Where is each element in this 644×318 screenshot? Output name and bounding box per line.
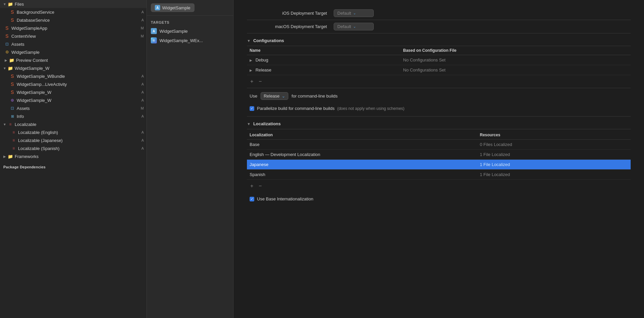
sidebar-badge: A <box>141 114 144 118</box>
loc-row-english[interactable]: English — Development Localization 1 Fil… <box>247 150 631 160</box>
sidebar-item-info[interactable]: ⊞ Info A <box>0 112 146 120</box>
sidebar-item-files[interactable]: ▼ 📁 Files <box>0 0 146 8</box>
localizations-table: Localization Resources Base 0 Files Loca… <box>247 131 631 180</box>
target-name: WidgetSample_WEx... <box>159 38 203 43</box>
add-localization-button[interactable]: + <box>250 183 254 189</box>
for-cmd-label: for command-line builds <box>292 94 338 99</box>
sidebar-item-label: Localizable (Japanese) <box>18 138 139 143</box>
sidebar-item-widgetsample-wbundle[interactable]: S WidgetSample_WBundle A <box>0 72 146 80</box>
macos-deployment-label: macOS Deployment Target <box>247 24 334 29</box>
chevron-down-icon: ▼ <box>3 2 7 6</box>
sidebar-badge: M <box>141 26 144 30</box>
loc-row-spanish[interactable]: Spanish 1 File Localized <box>247 170 631 180</box>
localize-icon: ≡ <box>7 121 13 127</box>
parallelize-checkbox[interactable]: ✓ <box>250 106 254 111</box>
sidebar-item-database-service[interactable]: S DatabaseService A <box>0 16 146 24</box>
macos-deployment-dropdown[interactable]: Default ⌄ <box>334 23 374 30</box>
folder-icon: 📁 <box>7 65 13 71</box>
loc-resources: 1 File Localized <box>477 160 631 170</box>
loc-resources: 0 Files Localized <box>477 140 631 150</box>
config-based-on: No Configurations Set <box>400 55 631 65</box>
target-item-widgetsample-wex[interactable]: ⊞ WidgetSample_WEx... <box>147 36 233 45</box>
folder-icon: 📁 <box>7 1 13 7</box>
sidebar-item-label: WidgetSample <box>11 50 144 55</box>
sidebar-badge: A <box>141 10 144 14</box>
configurations-chevron[interactable]: ▼ <box>247 39 251 43</box>
loc-row-japanese[interactable]: Japanese 1 File Localized <box>247 160 631 170</box>
config-row-debug[interactable]: ▶ Debug No Configurations Set <box>247 55 631 65</box>
sidebar-item-localizable-english[interactable]: ≡ Localizable (English) A <box>0 128 146 136</box>
loc-col-resources: Resources <box>477 131 631 140</box>
dropdown-arrow-icon: ⌄ <box>353 24 356 29</box>
macos-deployment-value: Default <box>337 24 351 29</box>
remove-localization-button[interactable]: − <box>258 183 262 189</box>
config-row-release[interactable]: ▶ Release No Configurations Set <box>247 65 631 75</box>
sidebar-item-widgetsamp-liveactivity[interactable]: S WidgetSamp...LiveActivity A <box>0 80 146 88</box>
sidebar-badge: A <box>141 138 144 142</box>
swift-icon: S <box>9 73 15 79</box>
use-release-row: Use Release ⌄ for command-line builds <box>247 88 631 104</box>
loc-name: English — Development Localization <box>247 150 477 160</box>
loc-name: Spanish <box>247 170 477 180</box>
sidebar-badge: A <box>141 90 144 94</box>
target-item-widgetsample[interactable]: A WidgetSample <box>147 26 233 36</box>
use-base-label: Use Base Internationalization <box>257 196 313 201</box>
widget-icon: ⊛ <box>9 97 15 103</box>
parallelize-label: Parallelize build for command-line build… <box>257 106 335 111</box>
chevron-down-icon: ▼ <box>3 122 7 126</box>
loc-resources: 1 File Localized <box>477 150 631 160</box>
sidebar-item-assets-w[interactable]: ⊡ Assets M <box>0 104 146 112</box>
sidebar-item-preview-content[interactable]: ▶ 📁 Preview Content <box>0 56 146 64</box>
chevron-down-icon: ▼ <box>3 66 7 70</box>
use-base-checkbox[interactable]: ✓ <box>250 197 254 201</box>
add-config-button[interactable]: + <box>250 78 254 85</box>
remove-config-button[interactable]: − <box>258 78 262 85</box>
loc-row-base[interactable]: Base 0 Files Localized <box>247 140 631 150</box>
use-base-internationalization-row: ✓ Use Base Internationalization <box>247 194 631 204</box>
sidebar-item-localizable-japanese[interactable]: ≡ Localizable (Japanese) A <box>0 136 146 144</box>
configurations-title: Configurations <box>253 38 284 43</box>
sidebar-badge: M <box>141 34 144 38</box>
sidebar-item-label: WidgetSample_W <box>15 66 144 71</box>
localizations-chevron[interactable]: ▼ <box>247 122 251 126</box>
middle-panel: A WidgetSample TARGETS A WidgetSample ⊞ … <box>147 0 234 318</box>
swift-icon: S <box>9 81 15 87</box>
loc-resources: 1 File Localized <box>477 170 631 180</box>
sidebar-item-widgetsample-settings[interactable]: ⚙ WidgetSample <box>0 48 146 56</box>
ios-deployment-dropdown[interactable]: Default ⌄ <box>334 9 374 17</box>
assets-icon: ⊡ <box>9 105 15 111</box>
sidebar-badge: A <box>141 130 144 134</box>
sidebar-item-widgetsample-w-widget[interactable]: ⊛ WidgetSample_W A <box>0 96 146 104</box>
sidebar-item-label: BackgroundService <box>17 10 139 15</box>
sidebar-item-contentview[interactable]: S ContentView M <box>0 32 146 40</box>
loc-name: Base <box>247 140 477 150</box>
assets-icon: ⊡ <box>4 41 10 47</box>
target-widget-icon: ⊞ <box>151 37 157 43</box>
localize-icon: ≡ <box>11 129 17 135</box>
sidebar-badge: A <box>141 82 144 86</box>
config-based-on: No Configurations Set <box>400 65 631 75</box>
loc-name: Japanese <box>247 160 477 170</box>
ios-deployment-label: iOS Deployment Target <box>247 11 334 16</box>
sidebar-item-localizable-spanish[interactable]: ≡ Localizable (Spanish) A <box>0 144 146 152</box>
sidebar-item-label: Info <box>17 114 139 119</box>
project-tab[interactable]: A WidgetSample <box>151 3 195 12</box>
sidebar-item-frameworks[interactable]: ▶ 📁 Frameworks <box>0 152 146 160</box>
loc-col-localization: Localization <box>247 131 477 140</box>
config-add-remove-row: + − <box>247 75 631 88</box>
dropdown-arrow-icon: ⌄ <box>353 11 356 15</box>
sidebar-item-assets[interactable]: ⊡ Assets <box>0 40 146 48</box>
targets-label: TARGETS <box>147 16 233 26</box>
folder-icon: 📁 <box>9 57 15 63</box>
sidebar-badge: A <box>141 146 144 150</box>
sidebar-item-widgetsample-w-group[interactable]: ▼ 📁 WidgetSample_W <box>0 64 146 72</box>
sidebar-item-widgetsampleapp[interactable]: S WidgetSampleApp M <box>0 24 146 32</box>
sidebar-item-localizable-group[interactable]: ▼ ≡ Localizable <box>0 120 146 128</box>
sidebar-item-label: Frameworks <box>15 154 144 159</box>
release-dropdown[interactable]: Release ⌄ <box>261 92 288 100</box>
configurations-table: Name Based on Configuration File ▶ Debug… <box>247 46 631 75</box>
sidebar-item-background-service[interactable]: S BackgroundService A <box>0 8 146 16</box>
localize-icon: ≡ <box>11 145 17 151</box>
sidebar-item-widgetsample-w-swift[interactable]: S WidgetSample_W A <box>0 88 146 96</box>
sidebar-item-label: Localizable (Spanish) <box>18 146 139 151</box>
